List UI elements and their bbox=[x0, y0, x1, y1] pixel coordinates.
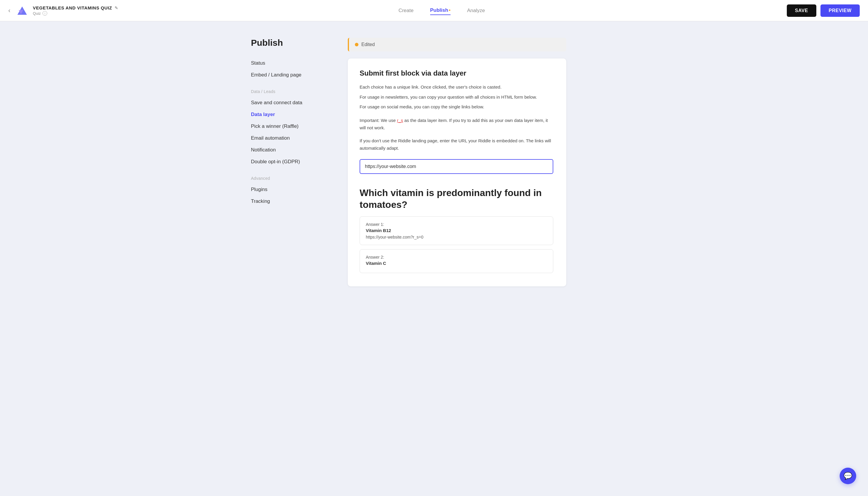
nav-right: SAVE PREVIEW bbox=[765, 4, 860, 17]
sidebar: Publish Status Embed / Landing page Data… bbox=[251, 38, 334, 286]
chat-button[interactable]: 💬 bbox=[840, 468, 856, 484]
top-nav: ‹ VEGETABLES AND VITAMINS QUIZ ✎ Quiz i … bbox=[0, 0, 868, 21]
card-para-2: For usage in newsletters, you can copy y… bbox=[360, 93, 553, 101]
answer-card-2: Answer 2: Vitamin C bbox=[360, 249, 553, 273]
sidebar-section-advanced: Advanced bbox=[251, 176, 334, 181]
answer-1-label: Answer 1: bbox=[366, 222, 547, 227]
sidebar-item-email-automation[interactable]: Email automation bbox=[251, 132, 334, 144]
logo-icon bbox=[16, 4, 29, 17]
main-content: Edited Submit first block via data layer… bbox=[348, 38, 566, 286]
answer-2-label: Answer 2: bbox=[366, 255, 547, 260]
sidebar-title: Publish bbox=[251, 38, 334, 48]
answer-1-url: https://your-website.com?r_s=0 bbox=[366, 235, 547, 239]
preview-button[interactable]: PREVIEW bbox=[820, 4, 860, 17]
data-layer-link[interactable]: r_s bbox=[397, 118, 403, 123]
quiz-subtitle: Quiz i bbox=[33, 11, 118, 16]
sidebar-item-data-layer[interactable]: Data layer bbox=[251, 109, 334, 121]
status-bar: Edited bbox=[348, 38, 566, 51]
card-para-3: For usage on social media, you can copy … bbox=[360, 103, 553, 111]
nav-create[interactable]: Create bbox=[399, 6, 414, 15]
sidebar-item-embed[interactable]: Embed / Landing page bbox=[251, 69, 334, 81]
content-scroll[interactable]: Submit first block via data layer Each c… bbox=[360, 69, 555, 276]
answer-card-1: Answer 1: Vitamin B12 https://your-websi… bbox=[360, 216, 553, 245]
edit-title-icon[interactable]: ✎ bbox=[114, 5, 119, 10]
sidebar-item-gdpr[interactable]: Double opt-in (GDPR) bbox=[251, 156, 334, 168]
sidebar-section-data-leads: Data / Leads bbox=[251, 89, 334, 94]
content-card: Submit first block via data layer Each c… bbox=[348, 59, 566, 286]
nav-analyze[interactable]: Analyze bbox=[467, 6, 485, 15]
back-button[interactable]: ‹ bbox=[8, 7, 10, 14]
card-para-4: Important: We use r_s as the data layer … bbox=[360, 117, 553, 132]
card-para-5: If you don't use the Riddle landing page… bbox=[360, 137, 553, 152]
answer-2-name: Vitamin C bbox=[366, 261, 547, 266]
sidebar-item-status[interactable]: Status bbox=[251, 57, 334, 69]
sidebar-item-raffle[interactable]: Pick a winner (Raffle) bbox=[251, 121, 334, 132]
sidebar-item-plugins[interactable]: Plugins bbox=[251, 184, 334, 196]
nav-publish[interactable]: Publish• bbox=[430, 6, 451, 15]
url-input[interactable] bbox=[360, 159, 553, 174]
info-icon[interactable]: i bbox=[43, 11, 47, 16]
status-dot bbox=[355, 43, 358, 46]
page-body: Publish Status Embed / Landing page Data… bbox=[227, 21, 641, 303]
sidebar-item-tracking[interactable]: Tracking bbox=[251, 196, 334, 207]
sidebar-item-notification[interactable]: Notification bbox=[251, 144, 334, 156]
nav-center: Create Publish• Analyze bbox=[118, 6, 765, 15]
status-text: Edited bbox=[361, 42, 375, 47]
card-title: Submit first block via data layer bbox=[360, 69, 553, 77]
publish-dot: • bbox=[449, 7, 451, 13]
card-para-1: Each choice has a unique link. Once clic… bbox=[360, 83, 553, 91]
sidebar-item-save-connect[interactable]: Save and connect data bbox=[251, 97, 334, 109]
answer-1-name: Vitamin B12 bbox=[366, 228, 547, 233]
save-button[interactable]: SAVE bbox=[787, 4, 816, 17]
quiz-title: VEGETABLES AND VITAMINS QUIZ ✎ bbox=[33, 5, 118, 10]
chat-icon: 💬 bbox=[843, 472, 852, 480]
nav-left: ‹ VEGETABLES AND VITAMINS QUIZ ✎ Quiz i bbox=[8, 4, 118, 17]
question-title: Which vitamin is predominantly found in … bbox=[360, 187, 553, 211]
quiz-title-block: VEGETABLES AND VITAMINS QUIZ ✎ Quiz i bbox=[33, 5, 118, 16]
